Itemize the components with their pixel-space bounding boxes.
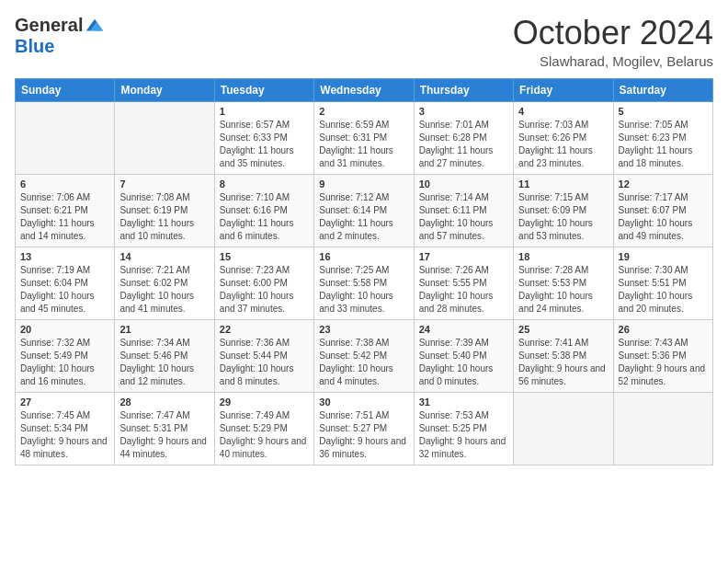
table-row: 20Sunrise: 7:32 AM Sunset: 5:49 PM Dayli…	[16, 319, 115, 392]
day-number: 30	[319, 396, 408, 408]
day-number: 11	[518, 178, 608, 190]
day-info: Sunrise: 7:38 AM Sunset: 5:42 PM Dayligh…	[319, 337, 408, 388]
table-row: 13Sunrise: 7:19 AM Sunset: 6:04 PM Dayli…	[16, 247, 115, 319]
day-info: Sunrise: 7:08 AM Sunset: 6:19 PM Dayligh…	[119, 191, 209, 243]
table-row	[16, 101, 115, 174]
header-wednesday: Wednesday	[314, 78, 414, 101]
day-info: Sunrise: 7:26 AM Sunset: 5:55 PM Dayligh…	[419, 264, 508, 316]
day-number: 6	[20, 178, 109, 190]
day-info: Sunrise: 7:47 AM Sunset: 5:31 PM Dayligh…	[119, 409, 209, 461]
table-row: 23Sunrise: 7:38 AM Sunset: 5:42 PM Dayli…	[314, 319, 414, 392]
logo-blue-text: Blue	[15, 36, 54, 56]
table-row: 24Sunrise: 7:39 AM Sunset: 5:40 PM Dayli…	[414, 319, 513, 392]
day-number: 14	[119, 251, 209, 262]
month-title: October 2024	[513, 15, 713, 52]
day-info: Sunrise: 7:21 AM Sunset: 6:02 PM Dayligh…	[119, 264, 209, 316]
day-number: 21	[119, 324, 209, 335]
day-info: Sunrise: 7:32 AM Sunset: 5:49 PM Dayligh…	[20, 337, 109, 388]
header: General Blue October 2024 Slawharad, Mog…	[15, 15, 713, 69]
day-number: 27	[20, 396, 109, 408]
day-number: 29	[220, 396, 309, 408]
day-info: Sunrise: 7:51 AM Sunset: 5:27 PM Dayligh…	[319, 409, 408, 461]
day-number: 28	[119, 396, 209, 408]
header-sunday: Sunday	[16, 78, 115, 101]
title-block: October 2024 Slawharad, Mogilev, Belarus	[513, 15, 713, 69]
table-row: 10Sunrise: 7:14 AM Sunset: 6:11 PM Dayli…	[414, 174, 513, 247]
day-number: 25	[518, 324, 608, 335]
day-info: Sunrise: 7:45 AM Sunset: 5:34 PM Dayligh…	[20, 409, 109, 461]
day-info: Sunrise: 7:03 AM Sunset: 6:26 PM Dayligh…	[518, 119, 608, 170]
day-number: 2	[319, 106, 408, 117]
day-number: 20	[20, 324, 109, 335]
table-row: 6Sunrise: 7:06 AM Sunset: 6:21 PM Daylig…	[16, 174, 115, 247]
calendar-week-5: 27Sunrise: 7:45 AM Sunset: 5:34 PM Dayli…	[16, 392, 713, 465]
day-info: Sunrise: 7:05 AM Sunset: 6:23 PM Dayligh…	[619, 119, 708, 170]
calendar-body: 1Sunrise: 6:57 AM Sunset: 6:33 PM Daylig…	[16, 101, 713, 465]
day-number: 9	[319, 178, 408, 190]
table-row: 28Sunrise: 7:47 AM Sunset: 5:31 PM Dayli…	[115, 392, 214, 465]
day-info: Sunrise: 7:49 AM Sunset: 5:29 PM Dayligh…	[220, 409, 309, 461]
table-row: 31Sunrise: 7:53 AM Sunset: 5:25 PM Dayli…	[414, 392, 513, 465]
table-row	[115, 101, 214, 174]
day-number: 19	[619, 251, 708, 262]
table-row: 21Sunrise: 7:34 AM Sunset: 5:46 PM Dayli…	[115, 319, 214, 392]
day-number: 23	[319, 324, 408, 335]
day-number: 15	[220, 251, 309, 262]
day-number: 3	[419, 106, 508, 117]
page-container: General Blue October 2024 Slawharad, Mog…	[0, 0, 728, 473]
day-number: 1	[220, 106, 309, 117]
day-info: Sunrise: 7:53 AM Sunset: 5:25 PM Dayligh…	[419, 409, 508, 461]
table-row: 9Sunrise: 7:12 AM Sunset: 6:14 PM Daylig…	[314, 174, 414, 247]
day-number: 8	[220, 178, 309, 190]
header-saturday: Saturday	[613, 78, 712, 101]
table-row	[613, 392, 712, 465]
table-row: 4Sunrise: 7:03 AM Sunset: 6:26 PM Daylig…	[514, 101, 613, 174]
table-row: 16Sunrise: 7:25 AM Sunset: 5:58 PM Dayli…	[314, 247, 414, 319]
table-row: 3Sunrise: 7:01 AM Sunset: 6:28 PM Daylig…	[414, 101, 513, 174]
table-row: 26Sunrise: 7:43 AM Sunset: 5:36 PM Dayli…	[613, 319, 712, 392]
day-info: Sunrise: 7:14 AM Sunset: 6:11 PM Dayligh…	[419, 191, 508, 243]
table-row	[514, 392, 613, 465]
day-info: Sunrise: 6:59 AM Sunset: 6:31 PM Dayligh…	[319, 119, 408, 170]
day-info: Sunrise: 7:30 AM Sunset: 5:51 PM Dayligh…	[619, 264, 708, 316]
table-row: 7Sunrise: 7:08 AM Sunset: 6:19 PM Daylig…	[115, 174, 214, 247]
day-info: Sunrise: 7:12 AM Sunset: 6:14 PM Dayligh…	[319, 191, 408, 243]
day-number: 10	[419, 178, 508, 190]
table-row: 12Sunrise: 7:17 AM Sunset: 6:07 PM Dayli…	[613, 174, 712, 247]
day-number: 22	[220, 324, 309, 335]
location: Slawharad, Mogilev, Belarus	[513, 53, 713, 69]
table-row: 17Sunrise: 7:26 AM Sunset: 5:55 PM Dayli…	[414, 247, 513, 319]
day-number: 16	[319, 251, 408, 262]
table-row: 11Sunrise: 7:15 AM Sunset: 6:09 PM Dayli…	[514, 174, 613, 247]
day-info: Sunrise: 7:39 AM Sunset: 5:40 PM Dayligh…	[419, 337, 508, 388]
calendar-header-row: Sunday Monday Tuesday Wednesday Thursday…	[16, 78, 713, 101]
day-info: Sunrise: 7:06 AM Sunset: 6:21 PM Dayligh…	[20, 191, 109, 243]
table-row: 25Sunrise: 7:41 AM Sunset: 5:38 PM Dayli…	[514, 319, 613, 392]
table-row: 8Sunrise: 7:10 AM Sunset: 6:16 PM Daylig…	[214, 174, 313, 247]
logo-general-text: General	[15, 15, 83, 36]
header-thursday: Thursday	[414, 78, 513, 101]
calendar-week-4: 20Sunrise: 7:32 AM Sunset: 5:49 PM Dayli…	[16, 319, 713, 392]
table-row: 14Sunrise: 7:21 AM Sunset: 6:02 PM Dayli…	[115, 247, 214, 319]
logo: General Blue	[15, 15, 105, 57]
day-info: Sunrise: 7:23 AM Sunset: 6:00 PM Dayligh…	[220, 264, 309, 316]
day-number: 7	[119, 178, 209, 190]
header-tuesday: Tuesday	[214, 78, 313, 101]
day-info: Sunrise: 7:10 AM Sunset: 6:16 PM Dayligh…	[220, 191, 309, 243]
day-info: Sunrise: 7:25 AM Sunset: 5:58 PM Dayligh…	[319, 264, 408, 316]
day-info: Sunrise: 7:41 AM Sunset: 5:38 PM Dayligh…	[518, 337, 608, 388]
table-row: 29Sunrise: 7:49 AM Sunset: 5:29 PM Dayli…	[214, 392, 313, 465]
table-row: 2Sunrise: 6:59 AM Sunset: 6:31 PM Daylig…	[314, 101, 414, 174]
day-number: 24	[419, 324, 508, 335]
header-friday: Friday	[514, 78, 613, 101]
table-row: 1Sunrise: 6:57 AM Sunset: 6:33 PM Daylig…	[214, 101, 313, 174]
day-info: Sunrise: 7:34 AM Sunset: 5:46 PM Dayligh…	[119, 337, 209, 388]
day-number: 31	[419, 396, 508, 408]
day-number: 4	[518, 106, 608, 117]
day-info: Sunrise: 7:01 AM Sunset: 6:28 PM Dayligh…	[419, 119, 508, 170]
day-number: 17	[419, 251, 508, 262]
day-info: Sunrise: 7:15 AM Sunset: 6:09 PM Dayligh…	[518, 191, 608, 243]
day-info: Sunrise: 7:43 AM Sunset: 5:36 PM Dayligh…	[619, 337, 708, 388]
table-row: 27Sunrise: 7:45 AM Sunset: 5:34 PM Dayli…	[16, 392, 115, 465]
calendar-week-2: 6Sunrise: 7:06 AM Sunset: 6:21 PM Daylig…	[16, 174, 713, 247]
